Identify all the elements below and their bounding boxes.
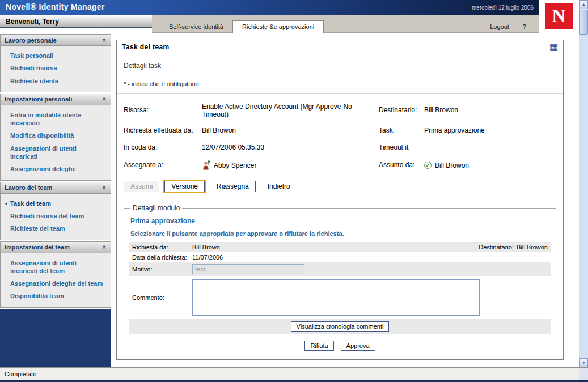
sidebar-item-assegnazioni-deleghe[interactable]: Assegnazioni deleghe	[1, 163, 111, 175]
sidebar-item-disponibilita-team[interactable]: Disponibilità team	[1, 290, 111, 302]
panel-header: Task del team ▦	[117, 40, 563, 54]
app-title: Novell® Identity Manager	[6, 2, 105, 11]
task-label: Task:	[379, 126, 424, 135]
sidebar-item-entra-modalita-utente[interactable]: Entra in modalità utente incaricato	[1, 109, 111, 130]
panel-title: Task del team	[122, 43, 549, 51]
form-row-commento: Commento:	[129, 276, 551, 319]
risorsa-label: Risorsa:	[124, 106, 202, 115]
layout-grid-icon[interactable]: ▦	[549, 43, 558, 52]
risorsa-value: Enable Active Directory Account (Mgr App…	[202, 103, 379, 118]
task-action-buttons: Assumi Versione Riassegna Indietro	[124, 181, 556, 192]
form-row-cronologia: Visualizza cronologia commenti	[129, 319, 551, 334]
section-title: Impostazioni del team	[5, 244, 103, 251]
section-items: Task personali Richiedi risorsa Richiest…	[1, 46, 111, 92]
collapse-chevrons-icon[interactable]: «	[101, 186, 109, 190]
claimed-check-icon: ✓	[424, 162, 432, 169]
form-destinatario-value: Bill Browon	[517, 244, 548, 251]
form-row-richiesta-da: Richiesta da: Bill Brown Destinatario: B…	[129, 242, 551, 252]
sidebar-section-header-lavoro-del-team[interactable]: Lavoro del team «	[1, 182, 111, 194]
scrollbar-thumb[interactable]	[579, 10, 588, 35]
section-title: Lavoro personale	[5, 37, 103, 44]
assunto-label: Assunto da:	[379, 161, 424, 170]
sidebar-item-richieste-utente[interactable]: Richieste utente	[1, 75, 111, 87]
sidebar-item-richieste-del-team[interactable]: Richieste del team	[1, 222, 111, 235]
assunto-value: ✓ Bill Browon	[424, 161, 556, 170]
assegnato-label: Assegnato a:	[124, 161, 202, 170]
assunto-name: Bill Browon	[435, 162, 469, 169]
sidebar-section-header-impostazioni-personali[interactable]: Impostazioni personali «	[1, 94, 111, 105]
vertical-scrollbar[interactable]: ▲ ▼	[579, 0, 588, 367]
section-heading: Dettagli task	[124, 62, 556, 70]
status-bar: Completato	[0, 367, 579, 380]
sidebar-item-richiedi-risorsa[interactable]: Richiedi risorsa	[1, 62, 111, 74]
motivo-label: Motivo:	[132, 266, 192, 273]
sidebar-section-header-impostazioni-del-team[interactable]: Impostazioni del team «	[1, 242, 111, 253]
richiesta-da-value: Bill Browon	[202, 126, 379, 135]
destinatario-value: Bill Browon	[424, 106, 556, 115]
user-icon	[202, 160, 210, 170]
assegnato-name: Abby Spencer	[214, 162, 256, 169]
visualizza-cronologia-button[interactable]: Visualizza cronologia commenti	[291, 321, 390, 332]
required-note: * - indica che è obbligatorio.	[124, 80, 556, 87]
sidebar-filler	[0, 309, 111, 367]
riassegna-button[interactable]: Riassegna	[210, 181, 256, 192]
section-items: • Task del team Richiedi risorse del tea…	[1, 194, 111, 240]
scrollbar-corner	[579, 367, 588, 380]
collapse-chevrons-icon[interactable]: «	[101, 245, 109, 249]
motivo-input[interactable]	[192, 264, 304, 274]
sidebar-item-assegnazioni-deleghe-team[interactable]: Assegnazioni deleghe del team	[1, 277, 111, 290]
dettagli-modulo-fieldset: Dettagli modulo Prima approvazione Selez…	[124, 204, 556, 358]
section-items: Assegnazioni di utenti incaricati del te…	[1, 253, 111, 307]
timeout-value	[424, 143, 556, 152]
data-richiesta-value: 11/07/2006	[192, 254, 223, 261]
sidebar-item-task-del-team[interactable]: • Task del team	[1, 197, 111, 210]
novell-idm-window: Novell® Identity Manager mercoledì 12 lu…	[0, 0, 588, 382]
rifiuta-button[interactable]: Rifiuta	[304, 341, 333, 351]
commento-textarea[interactable]	[192, 279, 480, 316]
form-action-buttons: Rifiuta Approva	[129, 341, 551, 351]
versione-button[interactable]: Versione	[164, 181, 205, 192]
timeout-label: Timeout il:	[379, 143, 424, 152]
scroll-up-button[interactable]: ▲	[579, 0, 588, 9]
task-value: Prima approvazione	[424, 126, 556, 135]
sidebar-section-lavoro-del-team: Lavoro del team « • Task del team Richie…	[0, 182, 111, 240]
help-link[interactable]: ?	[515, 21, 539, 32]
assegnato-value: Abby Spencer	[202, 160, 379, 170]
sidebar-item-modifica-disponibilita[interactable]: Modifica disponibilità	[1, 129, 111, 142]
commento-label: Commento:	[132, 294, 192, 301]
richiesta-da-value: Bill Brown	[192, 244, 220, 251]
in-coda-value: 12/07/2006 05:35:33	[202, 143, 379, 152]
collapse-chevrons-icon[interactable]: «	[101, 38, 109, 42]
sidebar-item-task-personali[interactable]: Task personali	[1, 49, 111, 62]
tab-richieste-approvazioni[interactable]: Richieste &e approvazioni	[232, 20, 324, 33]
in-coda-label: In coda da:	[124, 143, 202, 152]
assumi-button[interactable]: Assumi	[124, 181, 159, 192]
form-row-data-richiesta: Data della richiesta: 11/07/2006	[129, 252, 551, 262]
logout-link[interactable]: Logout	[484, 21, 515, 32]
approva-button[interactable]: Approva	[341, 341, 375, 351]
section-title: Impostazioni personali	[5, 96, 103, 103]
form-destinatario-label: Destinatario:	[479, 244, 514, 251]
active-item-bullet: •	[5, 200, 7, 207]
sidebar-section-impostazioni-personali: Impostazioni personali « Entra in modali…	[0, 94, 111, 181]
scroll-down-button[interactable]: ▼	[579, 358, 588, 367]
sidebar-item-assegnazioni-utenti-incaricati[interactable]: Assegnazioni di utenti incaricati	[1, 142, 111, 163]
tab-self-service-identita[interactable]: Self-service identità	[160, 21, 232, 32]
sidebar-item-label: Task del team	[10, 200, 51, 207]
welcome-banner: Benvenuti, Terry	[0, 15, 152, 28]
sidebar-section-impostazioni-del-team: Impostazioni del team « Assegnazioni di …	[0, 241, 111, 308]
form-title: Prima approvazione	[130, 217, 549, 225]
fieldset-legend: Dettagli modulo	[130, 204, 182, 212]
destinatario-label: Destinatario:	[379, 106, 424, 115]
form-instruction: Selezionare il pulsante appropriato per …	[130, 230, 549, 237]
section-items: Entra in modalità utente incaricato Modi…	[1, 105, 111, 180]
sidebar-item-richiedi-risorse-del-team[interactable]: Richiedi risorse del team	[1, 210, 111, 222]
data-richiesta-label: Data della richiesta:	[132, 254, 192, 261]
sidebar-item-assegnazioni-utenti-incaricati-team[interactable]: Assegnazioni di utenti incaricati del te…	[1, 257, 111, 278]
sidebar-section-header-lavoro-personale[interactable]: Lavoro personale «	[1, 35, 111, 46]
indietro-button[interactable]: Indietro	[261, 181, 297, 192]
task-detail-panel: Task del team ▦ Dettagli task * - indica…	[116, 40, 564, 360]
collapse-chevrons-icon[interactable]: «	[101, 97, 109, 101]
sidebar-section-lavoro-personale: Lavoro personale « Task personali Richie…	[0, 34, 111, 92]
top-header: Novell® Identity Manager mercoledì 12 lu…	[0, 0, 579, 15]
